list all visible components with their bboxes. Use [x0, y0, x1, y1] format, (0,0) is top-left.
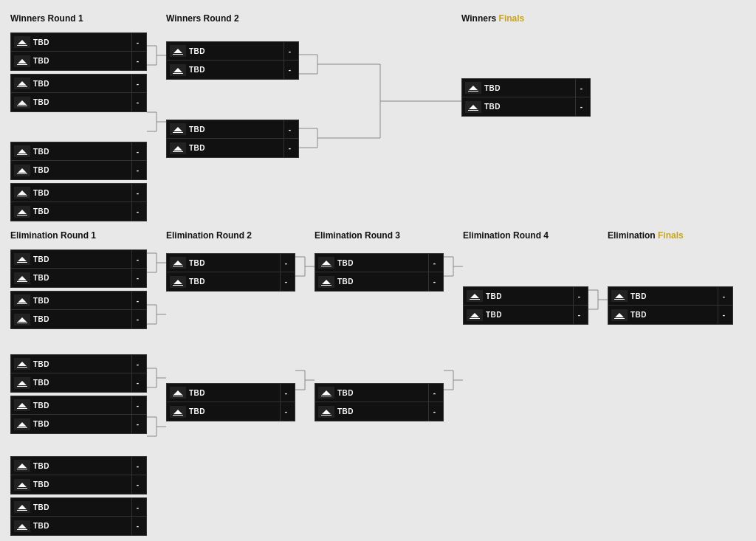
connector-wr1-wr2	[147, 27, 166, 189]
match: TBD - TBD -	[10, 249, 147, 288]
team-icon	[14, 206, 30, 218]
elim-round1: Elimination Round 1 TBD - TBD -	[10, 230, 147, 536]
team-name: TBD	[33, 98, 130, 106]
team-score: -	[131, 355, 143, 373]
connector-wr2-wf	[299, 27, 461, 189]
team-icon	[611, 309, 628, 321]
team-icon	[14, 294, 30, 306]
team-score: -	[131, 142, 143, 160]
team-name: TBD	[484, 84, 574, 92]
match: TBD - TBD -	[10, 142, 147, 180]
team-score: -	[131, 202, 143, 221]
winners-round1: Winners Round 1 TBD - TBD -	[10, 13, 147, 221]
team-score: -	[131, 457, 143, 475]
team-slot: TBD -	[166, 383, 295, 402]
team-name: TBD	[33, 148, 130, 156]
team-slot: TBD -	[10, 354, 147, 373]
elim-round4: Elimination Round 4 TBD - TBD -	[463, 230, 588, 325]
team-slot: TBD -	[10, 269, 147, 288]
elim-finals: Elimination Finals TBD - TBD -	[608, 230, 733, 325]
team-icon	[611, 290, 628, 302]
team-name: TBD	[33, 255, 130, 263]
team-name: TBD	[189, 66, 282, 74]
team-score: -	[131, 33, 143, 51]
team-slot: TBD -	[315, 253, 444, 272]
winners-bracket: Winners Round 1 TBD - TBD -	[10, 13, 746, 221]
team-name: TBD	[630, 311, 716, 319]
team-score: -	[575, 97, 587, 116]
team-score: -	[131, 373, 143, 392]
team-slot: TBD -	[10, 183, 147, 202]
team-score: -	[575, 79, 587, 97]
team-slot: TBD -	[10, 74, 147, 93]
team-icon	[14, 314, 30, 325]
elim-round2-label: Elimination Round 2	[166, 230, 295, 241]
team-name: TBD	[337, 407, 427, 416]
team-name: TBD	[33, 38, 130, 46]
match: TBD - TBD -	[10, 291, 147, 329]
team-score: -	[131, 396, 143, 414]
team-score: -	[284, 61, 295, 79]
team-score: -	[284, 120, 295, 138]
team-slot: TBD -	[10, 32, 147, 52]
team-name: TBD	[33, 297, 130, 305]
team-slot: TBD -	[10, 161, 147, 180]
team-slot: TBD -	[10, 93, 147, 112]
team-name: TBD	[33, 480, 130, 489]
team-icon	[170, 142, 186, 154]
team-score: -	[131, 475, 143, 494]
team-score: -	[718, 306, 729, 324]
team-name: TBD	[33, 80, 130, 88]
team-slot: TBD -	[463, 286, 588, 306]
team-name: TBD	[33, 420, 130, 428]
team-name: TBD	[33, 503, 130, 511]
team-icon	[14, 377, 30, 389]
team-score: -	[131, 52, 143, 70]
team-icon	[14, 501, 30, 513]
match: TBD - TBD -	[166, 253, 295, 292]
team-name: TBD	[33, 360, 130, 368]
winners-round1-label: Winners Round 1	[10, 13, 147, 24]
bracket-container: Winners Round 1 TBD - TBD -	[7, 7, 749, 541]
team-icon	[14, 272, 30, 284]
team-icon	[14, 36, 30, 48]
match: TBD - TBD -	[315, 383, 444, 421]
team-icon	[14, 418, 30, 430]
team-slot: TBD -	[166, 41, 299, 61]
match: TBD - TBD -	[461, 78, 591, 117]
team-name: TBD	[33, 379, 130, 387]
team-score: -	[280, 254, 292, 272]
match: TBD - TBD -	[10, 32, 147, 71]
team-slot: TBD -	[10, 517, 147, 536]
team-slot: TBD -	[10, 497, 147, 517]
team-name: TBD	[33, 57, 130, 65]
elim-round4-label: Elimination Round 4	[463, 230, 588, 241]
team-icon	[14, 460, 30, 472]
team-icon	[170, 123, 186, 135]
team-icon	[14, 479, 30, 491]
team-score: -	[280, 402, 292, 421]
team-name: TBD	[189, 144, 282, 152]
elim-round2: Elimination Round 2 TBD - TBD -	[166, 230, 295, 421]
team-icon	[14, 399, 30, 411]
match: TBD - TBD -	[608, 286, 733, 325]
team-slot: TBD -	[10, 373, 147, 393]
team-score: -	[131, 250, 143, 268]
team-icon	[14, 358, 30, 370]
winners-round2: Winners Round 2 TBD - TBD -	[166, 13, 299, 158]
team-icon	[465, 101, 481, 113]
team-score: -	[284, 139, 295, 157]
match: TBD - TBD -	[166, 383, 295, 421]
team-slot: TBD -	[166, 402, 295, 421]
match: TBD - TBD -	[315, 253, 444, 292]
match: TBD - TBD -	[166, 120, 299, 158]
team-icon	[318, 387, 334, 399]
team-name: TBD	[189, 259, 278, 267]
team-slot: TBD -	[10, 415, 147, 434]
match: TBD - TBD -	[463, 286, 588, 325]
team-slot: TBD -	[315, 272, 444, 292]
team-icon	[318, 406, 334, 418]
team-score: -	[131, 415, 143, 433]
team-name: TBD	[337, 389, 427, 397]
team-icon	[318, 276, 334, 288]
